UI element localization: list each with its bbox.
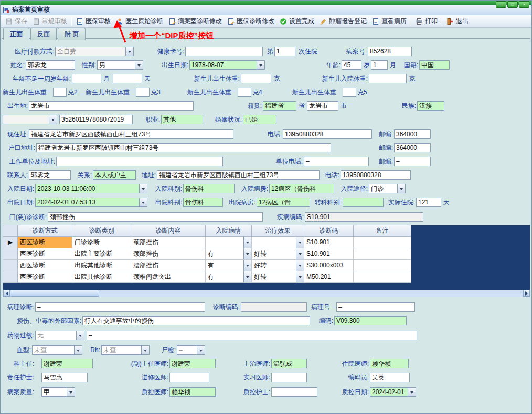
work-unit-input[interactable] [56,157,223,166]
attending-input[interactable]: 温弘成 [271,359,307,368]
regular-audit-button[interactable]: 常规审核 [30,16,70,27]
cell-remark[interactable] [354,271,411,283]
insurance-dx-edit-button[interactable]: 医保诊断修改 [225,16,277,27]
cell-remark[interactable] [354,237,411,248]
zip-input[interactable]: 364000 [394,129,431,139]
dropdown-arrow-icon[interactable] [74,346,82,354]
dropdown-arrow-icon[interactable] [197,346,205,354]
dropdown-arrow-icon[interactable] [243,260,251,271]
dropdown-arrow-icon[interactable] [139,184,147,193]
tumor-report-button[interactable]: 肿瘤报告登记 [317,16,369,27]
cell-dx-code[interactable]: M50.201 [304,271,354,283]
nb-weight5-input[interactable] [343,88,356,97]
scroll-right-button[interactable] [523,290,530,297]
work-phone-input[interactable]: – [304,157,369,166]
nb-weight2-input[interactable] [53,88,67,97]
native-province-input[interactable]: 福建省 [263,101,296,111]
record-room-dx-edit-button[interactable]: 病案室诊断修改 [166,16,225,27]
current-addr-input[interactable]: 福建省龙岩市新罗区西陂镇西山村三组73号 [29,129,233,139]
nurse-input[interactable]: 马雪惠 [41,373,88,382]
save-button[interactable]: 保存 [3,16,30,27]
age-months-input[interactable]: 1 [371,60,388,70]
cell-effect-select[interactable]: 好转 [252,271,304,283]
cell-dx-content[interactable]: 颈椎间盘突出 [131,271,206,283]
occupation-input[interactable]: 其他 [161,115,203,124]
cell-dx-code[interactable]: S10.901 [304,248,354,260]
dropdown-arrow-icon[interactable] [296,237,304,248]
cell-remark[interactable] [354,260,411,271]
contact-phone-input[interactable]: 13950880328 [341,170,411,180]
cell-dx-method[interactable]: 西医诊断 [18,271,72,283]
dropdown-arrow-icon[interactable] [49,115,57,124]
birthplace-input[interactable]: 龙岩市 [29,101,194,111]
dx-code-input[interactable] [241,302,307,312]
dropdown-arrow-icon[interactable] [243,271,251,282]
nationality-input[interactable]: 中国 [419,60,450,70]
pathology-no-input[interactable]: – [336,302,415,312]
dis-dept-input[interactable]: 骨伤科 [183,198,223,207]
dropdown-arrow-icon[interactable] [135,61,143,69]
dropdown-arrow-icon[interactable] [257,61,264,69]
cell-dx-content[interactable]: 颈部挫伤 [131,237,206,248]
cell-dx-category[interactable]: 出院其他诊断 [72,260,131,271]
infant-age-days-input[interactable] [113,74,142,83]
scroll-left-button[interactable] [3,290,10,297]
allergy-detail-input[interactable]: – [87,331,417,340]
dropdown-arrow-icon[interactable] [296,248,304,259]
cell-effect-select[interactable]: 好转 [252,260,304,271]
exit-button[interactable]: 退出 [444,16,471,27]
adm-ward-input[interactable]: 12病区（骨伤科 [269,184,334,193]
dropdown-arrow-icon[interactable] [296,260,304,271]
cell-dx-category[interactable]: 门诊诊断 [72,237,131,248]
health-card-input[interactable] [185,47,263,56]
autopsy-select[interactable]: – [177,345,205,355]
trainee-input[interactable] [169,373,209,382]
adm-dept-input[interactable]: 骨伤科 [183,184,235,193]
dropdown-arrow-icon[interactable] [67,388,75,396]
injury-code-input[interactable]: V09.300 [334,316,407,325]
dropdown-arrow-icon[interactable] [139,198,147,206]
tab-back[interactable]: 反面 [30,28,57,40]
dis-ward-input[interactable]: 12病区（骨 [257,198,310,207]
cell-condition-select[interactable]: 有 [206,248,252,260]
infant-age-months-input[interactable] [72,74,101,83]
dropdown-arrow-icon[interactable] [125,47,133,56]
minimize-button[interactable]: — [496,1,506,8]
nb-weight3-input[interactable] [136,88,150,97]
nb-weight4-input[interactable] [238,88,251,97]
coder-input[interactable]: 吴英 [370,373,410,382]
intern-input[interactable] [271,373,307,382]
record-no-input[interactable]: 852628 [368,47,412,56]
qc-nurse-input[interactable] [271,387,317,397]
native-city-input[interactable]: 龙岩市 [307,101,338,111]
outpatient-dx-input[interactable]: 颈部挫伤 [48,212,263,222]
dropdown-arrow-icon[interactable] [408,388,416,396]
work-zip-input[interactable]: – [394,157,431,166]
id-type-select[interactable] [3,115,57,124]
transfer-dept-input[interactable] [343,198,384,207]
cell-effect-select[interactable] [252,237,304,248]
dropdown-arrow-icon[interactable] [397,184,405,193]
blood-type-select[interactable]: 未查 [32,345,82,355]
name-input[interactable]: 郭霁龙 [26,60,75,70]
age-input[interactable]: 45 [342,60,361,70]
cell-condition-select[interactable]: 有 [206,260,252,271]
cell-dx-content[interactable]: 颈部挫伤 [131,248,206,260]
birth-date-picker[interactable]: 1978-08-07 [189,60,265,70]
close-button[interactable]: × [519,1,529,8]
contact-addr-input[interactable]: 福建省龙岩市新罗区西陂镇西山村三组73号 [157,170,320,180]
cell-condition-select[interactable]: 有 [206,271,252,283]
phone-input[interactable]: 13950880328 [283,129,372,139]
view-record-button[interactable]: 查看病历 [369,16,409,27]
contact-input[interactable]: 郭霁龙 [29,170,71,180]
cell-condition-select[interactable] [206,237,252,248]
marital-input[interactable]: 已婚 [243,115,276,124]
print-button[interactable]: 打印 [413,16,440,27]
restore-button[interactable]: □ [507,1,518,8]
dept-head-input[interactable]: 谢建荣 [41,359,93,368]
gender-select[interactable]: 男 [97,60,143,70]
quality-select[interactable]: 甲 [41,387,75,397]
payment-select[interactable]: 全自费 [55,47,134,56]
dropdown-arrow-icon[interactable] [243,248,251,259]
household-addr-input[interactable]: 福建省龙岩市新罗区西陂镇西山村三组73号 [36,143,331,152]
